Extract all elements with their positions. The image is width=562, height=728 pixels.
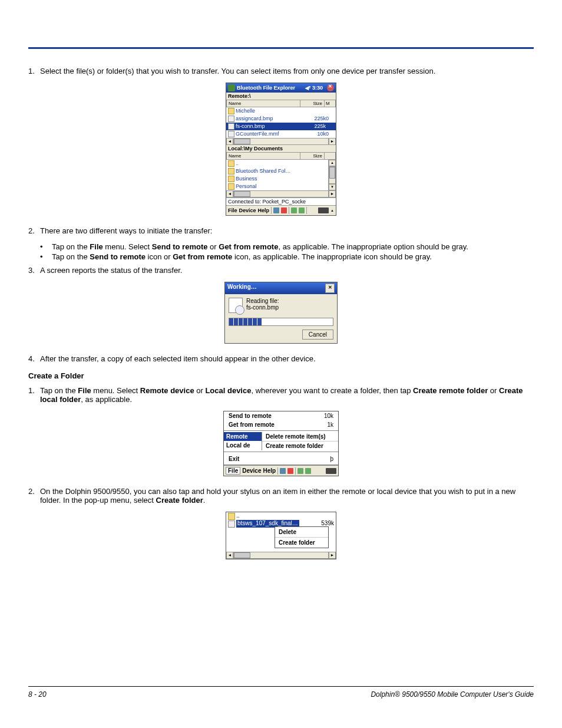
file-row[interactable]: GCounterFile.mmf10k0 [226,130,336,138]
scroll-right-icon[interactable]: ► [329,138,336,145]
step2-intro: There are two different ways to initiate… [40,226,212,235]
remote-file-list[interactable]: Michelleassigncard.bmp225k0fs-conn.bmp22… [226,107,336,138]
file-row[interactable]: Bluetooth Shared Fol… [226,167,329,175]
tree-icon[interactable] [273,207,279,213]
keyboard-icon[interactable] [326,468,336,474]
local-hscroll[interactable]: ◄► [226,190,336,197]
local-path: Local:\My Documents [226,145,336,152]
close-icon[interactable]: ✕ [325,284,335,293]
up-folder-row[interactable]: .. [226,512,336,520]
menu-get-remote[interactable]: Get from remote1k [224,420,338,429]
remote-hscroll[interactable]: ◄ ► [226,138,336,145]
menu-send-remote[interactable]: Send to remote10k [224,411,338,420]
step1-text: Select the file(s) or folder(s) that you… [40,67,534,75]
screenshot-file-menu: Send to remote10k Get from remote1k Remo… [223,411,339,476]
ctx-create-folder[interactable]: Create folder [275,538,328,548]
file-row[interactable]: Business [226,175,329,183]
page-footer: 8 - 20 Dolphin® 9500/9550 Mobile Compute… [28,686,534,699]
local-vscroll[interactable]: ▲▼ [328,160,336,190]
step3-text: A screen reports the status of the trans… [40,266,534,275]
remote-path: Remote:\ [226,93,336,100]
bottom-menubar[interactable]: File Device Help [224,465,338,476]
tree-icon[interactable] [280,468,286,474]
file-row[interactable]: assigncard.bmp225k0 [226,115,336,123]
dialog-title: Working… [227,284,257,293]
reading-label: Reading file: [246,298,279,304]
step2-bullet2: Tap on the Send to remote icon or Get fr… [52,252,534,261]
window-title: Bluetooth File Explorer [237,85,295,91]
send-icon[interactable] [297,468,303,474]
cancel-button[interactable]: Cancel [302,330,333,340]
menu-exit[interactable]: Exitþ [224,453,338,465]
progress-bar [229,318,333,326]
clock: 3:30 [312,85,323,91]
screenshot-working-dialog: Working… ✕ Reading file: fs-conn.bmp Can… [224,282,338,344]
file-icon [228,521,235,528]
create-step1: Tap on the File menu. Select Remote devi… [40,386,534,404]
bottom-menubar[interactable]: File Device Help ▲ [226,205,336,215]
create-step2: On the Dolphin 9500/9550, you can also t… [40,487,534,505]
local-header: Name Size [226,152,336,160]
local-file-list[interactable]: ..Bluetooth Shared Fol…BusinessPersonal [226,160,336,190]
file-row[interactable]: Michelle [226,107,336,115]
hscroll[interactable]: ◄► [226,552,336,559]
get-icon[interactable] [299,207,305,213]
menu-create-remote[interactable]: Create remote folder [262,441,338,450]
context-menu[interactable]: Delete Create folder [275,526,329,548]
menu-delete-remote[interactable]: Delete remote item(s) [262,432,338,441]
step2-bullet1: Tap on the File menu. Select Send to rem… [52,242,534,251]
screenshot-context-menu: .. btsws_107_sdk_final… 539k Delete Crea… [226,512,336,559]
folder-icon [228,513,235,520]
list-number: 1. [28,67,40,75]
document-transfer-icon [229,298,243,313]
footer-title: Dolphin® 9500/9550 Mobile Computer User'… [371,690,534,699]
send-icon[interactable] [291,207,297,213]
page-number: 8 - 20 [28,690,47,699]
get-icon[interactable] [305,468,311,474]
windows-icon [228,84,235,91]
step4-text: After the transfer, a copy of each selec… [40,354,534,363]
screenshot-file-explorer: Bluetooth File Explorer ◀ᴱ 3:30 Remote:\… [226,83,336,216]
keyboard-icon[interactable] [318,207,329,213]
delete-icon[interactable] [287,468,293,474]
create-folder-heading: Create a Folder [28,371,534,380]
page-top-rule [28,47,534,49]
speaker-icon: ◀ᴱ [305,85,310,91]
ctx-delete[interactable]: Delete [275,527,328,538]
remote-header: Name Size M [226,100,336,107]
status-bar: Connected to: Pocket_PC_socke [226,197,336,205]
file-row[interactable]: .. [226,160,329,167]
close-icon[interactable] [327,84,334,91]
menu-remote[interactable]: Remote [224,432,262,441]
reading-filename: fs-conn.bmp [246,304,279,311]
steps-list: 1. Select the file(s) or folder(s) that … [28,67,534,75]
file-row[interactable]: fs-conn.bmp225k0 [226,123,336,130]
scroll-left-icon[interactable]: ◄ [226,138,233,145]
file-row[interactable]: Personal [226,183,329,190]
delete-icon[interactable] [281,207,287,213]
menu-local[interactable]: Local de [224,441,262,450]
